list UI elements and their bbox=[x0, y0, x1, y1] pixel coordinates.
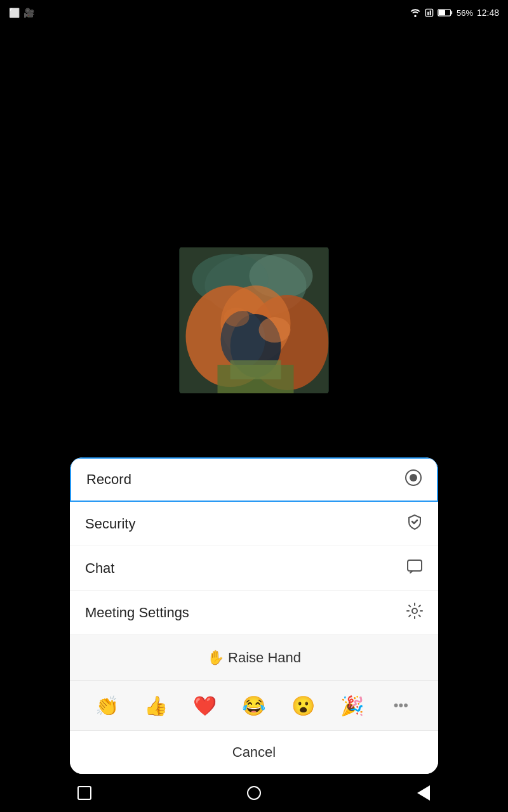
record-menu-item[interactable]: Record bbox=[70, 457, 438, 502]
cancel-button[interactable]: Cancel bbox=[70, 731, 438, 774]
chat-label: Chat bbox=[85, 560, 114, 577]
security-menu-item[interactable]: Security bbox=[70, 502, 438, 546]
settings-icon bbox=[406, 603, 423, 623]
meeting-settings-label: Meeting Settings bbox=[85, 605, 189, 621]
nav-back-button[interactable] bbox=[408, 777, 439, 809]
nav-home-button[interactable] bbox=[238, 777, 270, 809]
record-icon bbox=[405, 469, 422, 490]
square-icon bbox=[77, 786, 91, 800]
raise-hand-label: ✋ Raise Hand bbox=[207, 650, 301, 666]
svg-rect-5 bbox=[451, 11, 452, 14]
emoji-clap[interactable]: 👏 bbox=[91, 690, 123, 721]
svg-rect-4 bbox=[439, 10, 445, 16]
emoji-reaction-row: 👏 👍 ❤️ 😂 😮 🎉 ••• bbox=[70, 681, 438, 731]
chat-icon bbox=[406, 558, 423, 579]
status-bar: ⬜ 🎥 56% 12:48 bbox=[0, 0, 508, 25]
emoji-celebrate[interactable]: 🎉 bbox=[336, 690, 368, 721]
clock: 12:48 bbox=[477, 8, 499, 18]
bottom-sheet: Record Security Chat Meeting Set bbox=[70, 457, 438, 774]
camera-icon: 🎥 bbox=[23, 8, 34, 18]
emoji-laugh[interactable]: 😂 bbox=[238, 690, 270, 721]
security-label: Security bbox=[85, 516, 135, 532]
status-bar-right: 56% 12:48 bbox=[410, 8, 499, 18]
emoji-heart[interactable]: ❤️ bbox=[189, 690, 221, 721]
svg-rect-16 bbox=[231, 360, 281, 379]
record-label: Record bbox=[86, 471, 131, 488]
emoji-thumbsup[interactable]: 👍 bbox=[140, 690, 172, 721]
nav-recents-button[interactable] bbox=[69, 777, 100, 809]
chat-menu-item[interactable]: Chat bbox=[70, 546, 438, 591]
emoji-wow[interactable]: 😮 bbox=[287, 690, 319, 721]
status-bar-left: ⬜ 🎥 bbox=[9, 8, 34, 18]
svg-rect-1 bbox=[427, 12, 429, 16]
meeting-settings-menu-item[interactable]: Meeting Settings bbox=[70, 591, 438, 635]
cancel-label: Cancel bbox=[232, 744, 276, 761]
svg-rect-2 bbox=[430, 11, 431, 16]
security-icon bbox=[406, 514, 423, 534]
svg-point-22 bbox=[412, 608, 417, 613]
more-emojis-button[interactable]: ••• bbox=[385, 690, 417, 721]
svg-point-18 bbox=[224, 308, 250, 327]
circle-icon bbox=[247, 786, 261, 800]
svg-rect-21 bbox=[408, 560, 422, 571]
thumbnail-artwork bbox=[180, 247, 329, 393]
screen-icon: ⬜ bbox=[9, 8, 20, 18]
battery-percentage: 56% bbox=[457, 8, 473, 18]
svg-point-17 bbox=[259, 317, 291, 343]
wifi-icon bbox=[410, 8, 421, 17]
battery-icon bbox=[438, 8, 453, 17]
video-thumbnail bbox=[180, 247, 329, 393]
raise-hand-button[interactable]: ✋ Raise Hand bbox=[70, 635, 438, 681]
bottom-nav bbox=[0, 774, 508, 812]
triangle-icon bbox=[417, 785, 430, 801]
svg-rect-0 bbox=[425, 9, 432, 16]
sim-icon bbox=[425, 8, 434, 17]
svg-point-20 bbox=[410, 474, 417, 481]
